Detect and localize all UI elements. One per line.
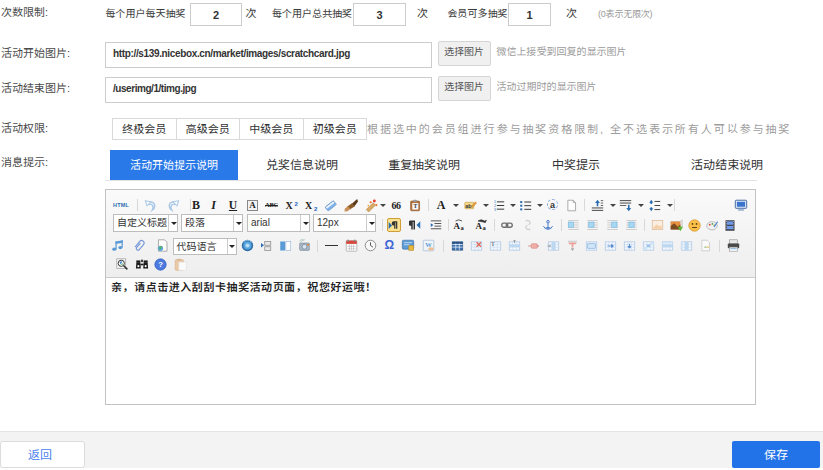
svg-text:3: 3 — [494, 208, 496, 212]
svg-text:A: A — [475, 220, 482, 230]
svg-text:?: ? — [158, 260, 163, 269]
svg-text:A: A — [454, 220, 461, 230]
svg-text:a: a — [460, 223, 464, 230]
svg-text:a: a — [482, 223, 486, 230]
svg-text:ab: ab — [465, 202, 472, 208]
svg-text:W: W — [426, 241, 433, 248]
svg-text:T: T — [491, 241, 495, 247]
